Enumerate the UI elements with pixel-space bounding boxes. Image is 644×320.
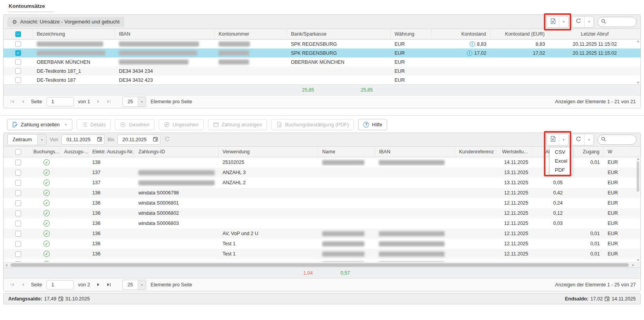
- pager-prev-button[interactable]: [19, 98, 27, 106]
- calendar-icon[interactable]: [97, 136, 102, 143]
- transaction-row[interactable]: ✓136Test 112.11.20250,01EUR: [4, 259, 640, 262]
- pager-last-button[interactable]: [105, 281, 113, 289]
- row-checkbox[interactable]: [15, 210, 21, 216]
- row-checkbox[interactable]: [15, 200, 21, 206]
- transaction-row[interactable]: ✓136AV, VoP und 2 U12.11.20250,01EUR: [4, 228, 640, 239]
- transactions-search-input[interactable]: [608, 137, 634, 143]
- refresh-button[interactable]: [572, 134, 584, 145]
- transaction-row[interactable]: ✓137ANZAHL 213.11.20250,05EUR: [4, 178, 640, 188]
- cell-kontostand_eur: [490, 67, 549, 76]
- date-from-input[interactable]: [66, 137, 95, 143]
- scroll-up-icon[interactable]: [637, 158, 640, 160]
- cell-abruf: [549, 67, 640, 76]
- transaction-row[interactable]: ✓136windata S000679812.11.20250,42EUR: [4, 188, 640, 198]
- pager-first-button[interactable]: [8, 98, 16, 106]
- transaction-row[interactable]: ✓136windata S000680312.11.20250,03EUR: [4, 218, 640, 228]
- page-size-select[interactable]: 25 ▼: [122, 280, 146, 290]
- filter-refresh-button[interactable]: [164, 136, 170, 144]
- row-checkbox[interactable]: [15, 231, 21, 237]
- account-row[interactable]: DE-Testkonto 187_1DE34 3434 234EUR: [4, 67, 640, 76]
- export-dropdown-button[interactable]: ▼: [559, 16, 568, 27]
- pager-last-button[interactable]: [105, 98, 113, 106]
- export-menu-item-excel[interactable]: Excel: [550, 156, 572, 165]
- row-checkbox[interactable]: [15, 68, 21, 74]
- scroll-down-icon[interactable]: [637, 82, 640, 84]
- date-to-input[interactable]: [122, 137, 151, 143]
- info-icon[interactable]: i: [467, 50, 472, 56]
- view-settings-button[interactable]: ⚙ Ansicht: Umsätze - Vorgemerkt und gebu…: [7, 17, 124, 27]
- horizontal-scrollbar[interactable]: [4, 262, 640, 268]
- scroll-right-icon[interactable]: [632, 264, 634, 266]
- row-checkbox[interactable]: [15, 41, 21, 47]
- zeitraum-select[interactable]: Zeitraum ▼: [7, 134, 47, 145]
- pager-first-button[interactable]: [8, 281, 16, 289]
- cell-zahlungs_id: [135, 249, 219, 259]
- refresh-button[interactable]: [572, 16, 584, 27]
- transaction-row[interactable]: ✓137ANZAHL 313.11.20250,06EUR: [4, 167, 640, 178]
- row-checkbox[interactable]: [15, 77, 21, 83]
- cell-abgang: [532, 228, 567, 239]
- scrollbar-thumb[interactable]: [637, 161, 639, 192]
- transaction-row[interactable]: ✓136windata S000680112.11.20250,24EUR: [4, 198, 640, 208]
- page-number-input[interactable]: [47, 280, 74, 289]
- calendar-icon[interactable]: [153, 136, 158, 143]
- column-header: Bezeichnung: [33, 29, 115, 39]
- info-icon[interactable]: i: [470, 41, 475, 47]
- row-checkbox[interactable]: [15, 160, 21, 165]
- scroll-left-icon[interactable]: [5, 264, 7, 266]
- account-row[interactable]: DE-Testkonto 187DE34 3432 423EUR: [4, 76, 640, 84]
- pager-next-button[interactable]: [94, 98, 102, 106]
- page-number-input[interactable]: [47, 97, 74, 106]
- cell-kontostand_eur: 8,83: [490, 40, 549, 49]
- action-button-hilfe[interactable]: ?Hilfe: [358, 119, 387, 130]
- row-checkbox[interactable]: [15, 251, 21, 257]
- row-checkbox[interactable]: [15, 170, 21, 176]
- cell-kontostand: i8,83: [432, 40, 490, 49]
- export-dropdown-button[interactable]: ▼: [559, 134, 568, 145]
- cell-elektr: 136: [88, 259, 135, 262]
- export-button[interactable]: x: [547, 134, 559, 145]
- refresh-dropdown-button[interactable]: ▼: [584, 16, 594, 27]
- cell-zahlungs_id: windata S0006802: [135, 208, 219, 218]
- row-checkbox-cell: [4, 259, 33, 262]
- row-checkbox[interactable]: [15, 190, 21, 196]
- transaction-row[interactable]: ✓1382510202514.11.20250,01EUR: [4, 157, 640, 167]
- row-checkbox[interactable]: ✓: [15, 50, 21, 56]
- cell-kundenreferenz: [455, 218, 496, 228]
- account-row[interactable]: SPK REGENSBURGEURi8,838,8320.11.2025 11:…: [4, 40, 640, 49]
- scroll-up-icon[interactable]: [637, 40, 640, 42]
- row-checkbox[interactable]: [15, 59, 21, 65]
- scrollbar-thumb[interactable]: [11, 263, 629, 267]
- cell-status: ✓: [33, 218, 60, 228]
- help-icon: ?: [363, 122, 369, 128]
- eyeoff-icon: [164, 122, 170, 128]
- cell-elektr: 138: [88, 157, 135, 167]
- select-all-checkbox[interactable]: −: [15, 31, 21, 37]
- export-button[interactable]: x: [547, 16, 559, 27]
- account-row[interactable]: ✓SPK REGENSBURGEURi17,0217,0220.11.2025 …: [4, 49, 640, 58]
- accounts-search-input[interactable]: [608, 19, 634, 25]
- accounts-vertical-scrollbar[interactable]: [636, 40, 640, 84]
- select-all-checkbox[interactable]: [15, 149, 21, 155]
- scroll-down-icon[interactable]: [637, 259, 640, 261]
- calendar-icon: [58, 296, 63, 301]
- action-button-zahlung-erstellen[interactable]: Zahlung erstellen▼: [7, 119, 72, 130]
- export-menu-item-pdf[interactable]: PDF: [550, 165, 572, 174]
- endsaldo-date: 14.11.2025: [612, 296, 636, 302]
- cell-zugang: [567, 198, 604, 208]
- pager-prev-button[interactable]: [19, 281, 27, 289]
- cell-name: [318, 239, 375, 249]
- transactions-vertical-scrollbar[interactable]: [636, 158, 640, 261]
- transaction-row[interactable]: ✓136Test 112.11.20250,01EUR: [4, 239, 640, 249]
- export-menu-item-csv[interactable]: CSV: [550, 147, 572, 156]
- row-checkbox[interactable]: [15, 180, 21, 186]
- cell-zahlungs_id: windata S0006803: [135, 218, 219, 228]
- transaction-row[interactable]: ✓136Test 112.11.20250,01EUR: [4, 249, 640, 259]
- refresh-dropdown-button[interactable]: ▼: [584, 134, 594, 145]
- transaction-row[interactable]: ✓136windata S000680212.11.20250,12EUR: [4, 208, 640, 218]
- account-row[interactable]: OBERBANK MÜNCHENOBERBANK MÜNCHENEUR: [4, 58, 640, 67]
- page-size-select[interactable]: 25 ▼: [122, 97, 146, 107]
- pager-next-button[interactable]: [94, 281, 102, 289]
- row-checkbox[interactable]: [15, 221, 21, 227]
- row-checkbox[interactable]: [15, 241, 21, 247]
